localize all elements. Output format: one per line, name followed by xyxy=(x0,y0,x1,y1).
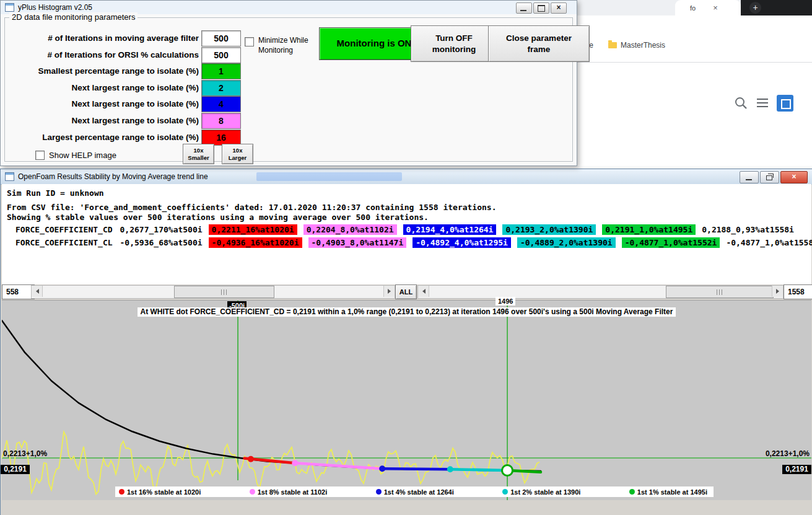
left-scrollbar[interactable] xyxy=(31,285,395,299)
param-label: Next largest range to isolate (%) xyxy=(18,113,199,128)
scrollbar-thumb[interactable] xyxy=(666,286,774,298)
app-button[interactable] xyxy=(777,95,793,112)
legend-label: 1st 4% stable at 1264i xyxy=(384,488,454,496)
minimize-while-monitoring-checkbox[interactable]: Minimize While Monitoring xyxy=(245,36,319,55)
param-row: Smallest percentage range to isolate (%)… xyxy=(18,63,241,78)
legend-item: 1st 16% stable at 1020i xyxy=(119,488,201,496)
cl-stability-row: FORCE_COEFFICIENT_CL -0,5936_68%at500i -… xyxy=(15,237,811,249)
checkbox-icon[interactable] xyxy=(35,151,45,160)
checkbox-label: Show HELP image xyxy=(49,151,116,160)
range-2-input[interactable]: 2 xyxy=(201,80,241,96)
start-iteration-field[interactable]: 558 xyxy=(2,284,35,299)
legend-item: 1st 4% stable at 1264i xyxy=(376,488,454,496)
param-row: # of Iterations in moving average filter… xyxy=(18,30,241,45)
show-all-button[interactable]: ALL xyxy=(395,284,417,299)
stability-cell-1pct: -0,4877_1,0%at1552i xyxy=(622,237,720,248)
scroll-left-arrow[interactable] xyxy=(32,286,43,297)
legend-item: 1st 2% stable at 1390i xyxy=(502,488,580,496)
show-help-checkbox[interactable]: Show HELP image xyxy=(35,151,116,160)
minimize-icon xyxy=(520,10,526,11)
maximize-button[interactable] xyxy=(533,2,549,14)
close-button[interactable]: × xyxy=(551,2,567,14)
left-arrow-icon xyxy=(33,289,39,294)
scroll-left-arrow[interactable] xyxy=(418,286,429,297)
stability-value: -0,4877_1,0%at1558i xyxy=(726,238,812,247)
param-label: Smallest percentage range to isolate (%) xyxy=(18,63,199,78)
right-arrow-icon xyxy=(776,289,782,294)
upper-bound-label-left: 0,2213+1,0% xyxy=(3,449,47,458)
legend-label: 1st 1% stable at 1495i xyxy=(637,488,707,496)
close-parameter-frame-button[interactable]: Close parameter frame xyxy=(488,25,590,62)
close-icon: × xyxy=(781,172,807,183)
ten-x-larger-button[interactable]: 10x Larger xyxy=(222,144,253,164)
window-title: OpenFoam Results Stability by Moving Ave… xyxy=(18,172,208,181)
final-value-label-left: 0,2191 xyxy=(1,465,30,474)
menu-icon[interactable] xyxy=(757,99,768,107)
bookmark-label: MasterThesis xyxy=(621,41,665,50)
checkbox-label: Minimize While Monitoring xyxy=(258,36,319,55)
param-label: Largest percentage range to isolate (%) xyxy=(18,130,199,144)
legend-label: 1st 2% stable at 1390i xyxy=(510,488,580,496)
chart-legend: 1st 16% stable at 1020i 1st 8% stable at… xyxy=(115,486,714,497)
close-button[interactable]: × xyxy=(780,171,808,183)
bookmark-item[interactable]: MasterThesis xyxy=(608,41,665,50)
coefficient-name: FORCE_COEFFICIENT_CL xyxy=(15,238,113,247)
legend-dot-8pct xyxy=(250,489,255,495)
new-tab-button[interactable]: + xyxy=(749,2,761,14)
scrollbar-thumb[interactable] xyxy=(174,286,274,298)
stability-cell-4pct: -0,4892_4,0%at1295i xyxy=(413,237,511,248)
desktop: fo × + dge MasterThesis yPlus Histogram … xyxy=(0,0,812,515)
legend-dot-16pct xyxy=(119,489,124,495)
minimize-button[interactable] xyxy=(516,2,532,14)
window-controls: × xyxy=(740,171,808,183)
range-8-input[interactable]: 8 xyxy=(201,113,241,129)
turn-off-monitoring-button[interactable]: Turn OFF monitoring xyxy=(411,25,497,62)
minimize-button[interactable] xyxy=(740,171,759,183)
results-text-panel: Sim Run ID = unknown From CSV file: 'For… xyxy=(2,184,811,284)
stability-value: 0,2188_0,93%at1558i xyxy=(702,225,794,234)
window-icon xyxy=(5,3,14,12)
iterations-filter-input[interactable]: 500 xyxy=(201,30,241,46)
browser-frame-corner: + xyxy=(741,0,812,15)
window-controls: × xyxy=(516,2,567,14)
browser-tab-label: fo xyxy=(690,4,696,12)
stability-cell-8pct: -0,4903_8,0%at1147i xyxy=(308,237,407,248)
iterations-orsi-input[interactable]: 500 xyxy=(201,47,241,63)
cd-stability-row: FORCE_COEFFICIENT_CD 0,2677_170%at500i 0… xyxy=(15,224,811,235)
smallest-range-input[interactable]: 1 xyxy=(201,63,241,79)
ten-x-smaller-button[interactable]: 10x Smaller xyxy=(183,144,214,164)
results-window: OpenFoam Results Stability by Moving Ave… xyxy=(0,169,812,515)
range-4-input[interactable]: 4 xyxy=(201,96,241,112)
stability-value: 0,2677_170%at500i xyxy=(120,225,203,234)
param-label: # of Iterations in moving average filter xyxy=(18,30,199,45)
title-bar[interactable]: OpenFoam Results Stability by Moving Ave… xyxy=(1,169,812,185)
stability-value: -0,5936_68%at500i xyxy=(120,238,203,247)
browser-divider xyxy=(576,62,812,63)
legend-item: 1st 8% stable at 1102i xyxy=(250,488,328,496)
end-iteration-field[interactable]: 1558 xyxy=(784,284,812,299)
browser-tab[interactable]: fo × xyxy=(675,0,741,15)
checkbox-icon[interactable] xyxy=(245,37,254,46)
param-row: # of Iterations for ORSI % calculations … xyxy=(18,47,241,62)
window-icon xyxy=(5,172,14,181)
app-button-icon xyxy=(781,99,791,109)
right-arrow-icon xyxy=(388,289,393,294)
legend-dot-1pct xyxy=(629,489,635,495)
iteration-1496-marker-label: 1496 xyxy=(495,297,515,306)
final-value-label-right: 0,2191 xyxy=(782,465,811,474)
scroll-right-arrow[interactable] xyxy=(383,286,395,297)
tab-close-icon[interactable]: × xyxy=(713,3,718,12)
legend-label: 1st 16% stable at 1020i xyxy=(127,488,201,496)
restore-button[interactable] xyxy=(760,171,779,183)
right-scrollbar[interactable] xyxy=(417,285,784,299)
stability-cell-8pct: 0,2204_8,0%at1102i xyxy=(303,224,397,235)
group-title: 2D data file monitoring parameters xyxy=(9,12,138,22)
param-row: Next largest range to isolate (%) 4 xyxy=(18,96,241,111)
sim-run-id-line: Sim Run ID = unknown xyxy=(7,184,811,203)
search-icon[interactable] xyxy=(734,96,748,110)
scroll-right-arrow[interactable] xyxy=(772,286,783,297)
parameters-window: yPlus Histogram v2.05 × 2D data file mon… xyxy=(0,0,577,166)
legend-label: 1st 8% stable at 1102i xyxy=(258,488,328,496)
folder-icon xyxy=(608,42,617,48)
maximize-icon xyxy=(538,5,545,12)
